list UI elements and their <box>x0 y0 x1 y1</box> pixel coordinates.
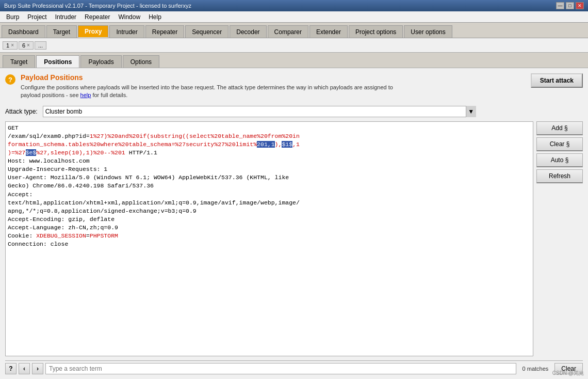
tab-user-options[interactable]: User options <box>404 25 452 38</box>
attack-type-wrapper: Sniper Battering ram Pitchfork Cluster b… <box>43 106 476 117</box>
sub-tab-6[interactable]: 6 × <box>19 41 34 50</box>
attack-type-row: Attack type: Sniper Battering ram Pitchf… <box>5 106 583 117</box>
tab-comparer[interactable]: Comparer <box>268 25 308 38</box>
minimize-button[interactable]: — <box>556 2 564 9</box>
sub-tab-bar: 1 × 6 × ... <box>0 38 588 53</box>
request-editor[interactable]: GET /exam/sql/exam0.php?id=1%27)%20and%2… <box>5 121 533 356</box>
menu-burp[interactable]: Burp <box>2 12 23 22</box>
menu-help[interactable]: Help <box>144 12 166 22</box>
section-header: ? Payload Positions Configure the positi… <box>5 73 583 100</box>
sub-tab-1-close[interactable]: × <box>11 42 14 48</box>
sub-tab-1-label: 1 <box>6 42 9 49</box>
editor-area: GET /exam/sql/exam0.php?id=1%27)%20and%2… <box>5 121 583 356</box>
main-tab-bar: Dashboard Target Proxy Intruder Repeater… <box>0 23 588 38</box>
tab-dashboard[interactable]: Dashboard <box>2 25 45 38</box>
sec-tab-options[interactable]: Options <box>123 55 159 68</box>
tab-proxy[interactable]: Proxy <box>78 25 108 38</box>
sub-tab-more[interactable]: ... <box>35 41 46 50</box>
menu-window[interactable]: Window <box>114 12 144 22</box>
sub-tab-1[interactable]: 1 × <box>3 41 18 50</box>
refresh-button[interactable]: Refresh <box>536 169 583 183</box>
tab-extender[interactable]: Extender <box>309 25 348 38</box>
right-button-panel: Add § Clear § Auto § Refresh <box>536 121 583 356</box>
prev-match-button[interactable]: ‹ <box>19 363 30 374</box>
section-title-area: Payload Positions Configure the position… <box>21 73 526 100</box>
menu-project[interactable]: Project <box>23 12 51 22</box>
tab-sequencer[interactable]: Sequencer <box>185 25 228 38</box>
attack-type-select[interactable]: Sniper Battering ram Pitchfork Cluster b… <box>43 106 476 117</box>
sec-tab-positions[interactable]: Positions <box>36 55 79 68</box>
menu-repeater[interactable]: Repeater <box>80 12 114 22</box>
tab-intruder[interactable]: Intruder <box>109 25 144 38</box>
start-attack-button[interactable]: Start attack <box>531 73 583 88</box>
tab-repeater[interactable]: Repeater <box>145 25 184 38</box>
search-input[interactable] <box>45 363 516 374</box>
bottom-search-bar: ? ‹ › 0 matches Clear <box>5 360 583 374</box>
request-text: GET /exam/sql/exam0.php?id=1%27)%20and%2… <box>8 124 531 248</box>
app-title: Burp Suite Professional v2.1.07 - Tempor… <box>4 3 191 9</box>
close-button[interactable]: ✕ <box>576 2 584 9</box>
sec-tab-target[interactable]: Target <box>3 55 35 68</box>
secondary-tab-bar: Target Positions Payloads Options <box>0 53 588 68</box>
maximize-button[interactable]: □ <box>566 2 574 9</box>
content-area: ? Payload Positions Configure the positi… <box>0 68 588 379</box>
add-section-button[interactable]: Add § <box>536 121 583 135</box>
matches-label: 0 matches <box>518 366 553 372</box>
clear-section-button[interactable]: Clear § <box>536 137 583 151</box>
section-description: Configure the positions where payloads w… <box>21 84 526 100</box>
auto-section-button[interactable]: Auto § <box>536 153 583 167</box>
clear-search-button[interactable]: Clear <box>554 363 583 374</box>
next-match-button[interactable]: › <box>32 363 43 374</box>
sub-tab-6-close[interactable]: × <box>27 42 30 48</box>
help-bottom-icon[interactable]: ? <box>5 363 17 374</box>
menu-bar: Burp Project Intruder Repeater Window He… <box>0 11 588 23</box>
menu-intruder[interactable]: Intruder <box>51 12 80 22</box>
tab-project-options[interactable]: Project options <box>349 25 403 38</box>
tab-target[interactable]: Target <box>46 25 77 38</box>
section-title: Payload Positions <box>21 73 526 82</box>
title-bar: Burp Suite Professional v2.1.07 - Tempor… <box>0 0 588 11</box>
help-link[interactable]: help <box>80 92 91 98</box>
sec-tab-payloads[interactable]: Payloads <box>80 55 121 68</box>
attack-type-label: Attack type: <box>5 108 38 115</box>
help-icon[interactable]: ? <box>5 74 15 85</box>
sub-tab-6-label: 6 <box>22 42 25 49</box>
window-controls: — □ ✕ <box>556 2 584 9</box>
tab-decoder[interactable]: Decoder <box>230 25 266 38</box>
